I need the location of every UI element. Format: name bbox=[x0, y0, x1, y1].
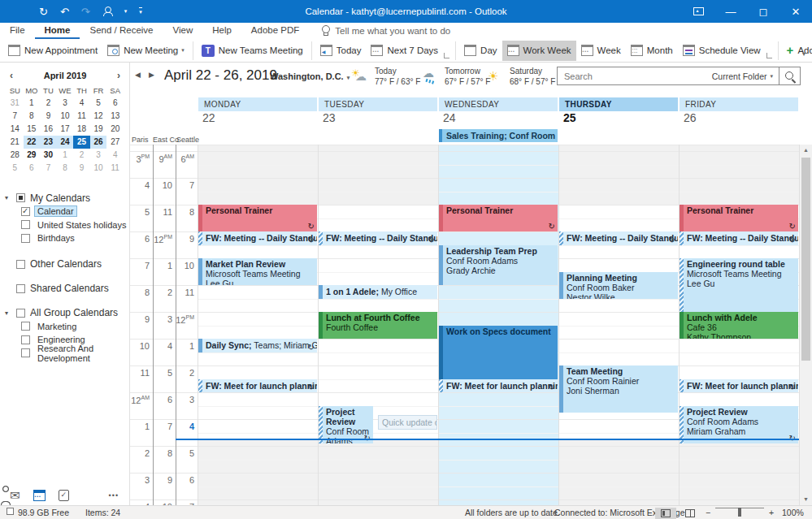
close-button[interactable]: ✕ bbox=[779, 0, 812, 23]
scrollbar[interactable]: ▲ ▼ bbox=[800, 145, 812, 505]
tell-me-box[interactable]: Tell me what you want to do bbox=[320, 25, 450, 37]
event[interactable]: Project ReviewConf Room AdamsMiriam Grah… bbox=[680, 406, 798, 443]
more-options-icon[interactable]: ••• bbox=[109, 491, 119, 500]
calendar-checkbox[interactable] bbox=[21, 207, 30, 216]
normal-view-button[interactable] bbox=[655, 508, 676, 519]
calendar-checkbox[interactable] bbox=[21, 220, 30, 229]
calendar-icon[interactable] bbox=[33, 490, 46, 501]
event[interactable]: Leadership Team PrepConf Room AdamsGrady… bbox=[439, 245, 558, 286]
mini-calendar-day[interactable]: 8 bbox=[24, 110, 41, 123]
section-checkbox[interactable] bbox=[16, 284, 25, 293]
mini-calendar-day[interactable]: 11 bbox=[73, 110, 90, 123]
expand-arrow-icon[interactable]: ▾ bbox=[5, 309, 11, 317]
undo-icon[interactable]: ↶ bbox=[60, 6, 69, 18]
mini-calendar-day[interactable]: 10 bbox=[57, 110, 74, 123]
calendar-checkbox[interactable] bbox=[21, 234, 30, 243]
day-header-friday[interactable]: FRIDAY bbox=[680, 97, 798, 111]
mini-calendar-day[interactable]: 9 bbox=[40, 110, 57, 123]
mini-calendar-day[interactable]: 12 bbox=[90, 110, 107, 123]
mini-calendar-day[interactable]: 10 bbox=[90, 162, 107, 175]
people-icon[interactable] bbox=[82, 491, 96, 500]
mini-calendar-day[interactable]: 29 bbox=[24, 149, 41, 162]
today-button[interactable]: Today bbox=[315, 41, 367, 61]
mini-calendar-day[interactable]: 13 bbox=[106, 110, 124, 123]
event[interactable]: Lunch at Fourth CoffeeFourth Coffee bbox=[319, 312, 437, 339]
mini-calendar-day[interactable]: 30 bbox=[40, 149, 57, 162]
day-header-monday[interactable]: MONDAY bbox=[198, 97, 317, 111]
send-receive-icon[interactable]: ↻ bbox=[39, 6, 48, 18]
mini-calendar-day[interactable]: 21 bbox=[7, 136, 24, 149]
mini-calendar-day[interactable]: 14 bbox=[7, 123, 24, 136]
event[interactable]: Planning MeetingConf Room BakerNestor Wi… bbox=[559, 272, 678, 299]
event[interactable]: FW: Meet for launch planning ; M↻ bbox=[680, 379, 798, 393]
mini-calendar-day[interactable]: 28 bbox=[7, 149, 24, 162]
mini-calendar-day[interactable]: 27 bbox=[106, 136, 124, 149]
mini-calendar-day[interactable]: 19 bbox=[90, 123, 107, 136]
calendar-item-calendar[interactable]: Calendar bbox=[0, 205, 130, 218]
day-header-wednesday[interactable]: WEDNESDAY bbox=[439, 97, 558, 111]
all-day-event[interactable]: Sales Training; Conf Room Baker; K... bbox=[439, 129, 558, 142]
mini-calendar-day[interactable]: 17 bbox=[57, 123, 74, 136]
calendar-checkbox[interactable] bbox=[21, 322, 30, 331]
mini-calendar-day[interactable]: 6 bbox=[24, 162, 41, 175]
weather-location-dropdown[interactable]: Washington, D.C.▾ bbox=[270, 71, 350, 81]
day-header-tuesday[interactable]: TUESDAY bbox=[319, 97, 437, 111]
section-checkbox[interactable] bbox=[16, 309, 25, 318]
collapse-ribbon-button[interactable]: ▾ bbox=[802, 50, 805, 58]
tab-help[interactable]: Help bbox=[202, 23, 241, 39]
reading-view-button[interactable] bbox=[680, 508, 701, 519]
day-button[interactable]: Day bbox=[459, 41, 502, 61]
forward-arrow-icon[interactable]: ▶ bbox=[149, 71, 154, 79]
calendar-item-research-and-development[interactable]: Research And Development bbox=[0, 347, 130, 361]
mini-calendar-day[interactable]: 26 bbox=[90, 136, 107, 149]
expand-arrow-icon[interactable]: ▾ bbox=[5, 194, 11, 201]
customize-qat-icon[interactable]: ▾ bbox=[139, 7, 142, 15]
scrollbar-thumb[interactable] bbox=[801, 158, 810, 361]
touch-mode-icon[interactable] bbox=[102, 6, 112, 16]
section-checkbox[interactable] bbox=[16, 260, 25, 269]
event[interactable]: FW: Meet for launch planning ; M↻ bbox=[439, 379, 558, 393]
mini-calendar-day[interactable]: 9 bbox=[73, 162, 90, 175]
event[interactable]: Engineering round tableMicrosoft Teams M… bbox=[680, 258, 798, 312]
next-month-button[interactable]: › bbox=[114, 70, 124, 81]
mini-calendar-day[interactable]: 2 bbox=[40, 97, 57, 110]
day-header-thursday[interactable]: THURSDAY bbox=[559, 97, 678, 111]
search-button[interactable] bbox=[779, 67, 800, 85]
calendar-section-my-calendars[interactable]: ▾ My Calendars bbox=[0, 191, 130, 205]
mini-calendar-day[interactable]: 1 bbox=[24, 97, 41, 110]
event[interactable]: FW: Meeting -- Daily Standup; Co↻ bbox=[198, 231, 317, 245]
tab-send-receive[interactable]: Send / Receive bbox=[80, 23, 163, 39]
maximize-button[interactable]: ◻ bbox=[747, 0, 779, 23]
schedule-view-button[interactable]: Schedule View bbox=[678, 41, 766, 61]
section-checkbox[interactable] bbox=[16, 193, 25, 202]
mini-calendar-day[interactable]: 2 bbox=[73, 149, 90, 162]
mini-calendar-day[interactable]: 22 bbox=[24, 136, 41, 149]
event[interactable]: Personal Trainer↻ bbox=[680, 205, 798, 231]
mini-calendar-day[interactable]: 5 bbox=[7, 162, 24, 175]
prev-month-button[interactable]: ‹ bbox=[7, 70, 16, 81]
ribbon-display-options-icon[interactable] bbox=[682, 0, 714, 23]
mini-calendar-day[interactable]: 20 bbox=[106, 123, 124, 136]
event[interactable]: Team MeetingConf Room RainierJoni Sherma… bbox=[559, 365, 678, 413]
calendar-section-shared-calendars[interactable]: Shared Calendars bbox=[0, 282, 130, 296]
calendar-item-marketing[interactable]: Marketing bbox=[0, 320, 130, 334]
event[interactable]: Personal Trainer↻ bbox=[439, 205, 558, 231]
calendar-section-other-calendars[interactable]: Other Calendars bbox=[0, 257, 130, 271]
mini-calendar-day[interactable]: 6 bbox=[106, 97, 124, 110]
mini-calendar-day[interactable]: 8 bbox=[57, 162, 74, 175]
event[interactable]: FW: Meeting -- Daily Standup; Co↻ bbox=[680, 231, 798, 245]
mini-calendar-day[interactable]: 4 bbox=[73, 97, 90, 110]
calendar-checkbox[interactable] bbox=[21, 335, 30, 344]
dialog-launcher-icon[interactable] bbox=[444, 53, 449, 58]
mini-calendar-day[interactable]: 16 bbox=[40, 123, 57, 136]
add-button[interactable]: +Add▾ bbox=[782, 41, 812, 61]
mini-calendar-day[interactable]: 7 bbox=[7, 110, 24, 123]
search-scope-dropdown[interactable]: Current Folder▾ bbox=[712, 71, 779, 81]
event[interactable]: Personal Trainer↻ bbox=[198, 205, 317, 231]
event[interactable]: FW: Meet for launch planning ; M↻ bbox=[198, 379, 317, 393]
mini-calendar-day[interactable]: 25 bbox=[73, 136, 90, 149]
tab-view[interactable]: View bbox=[163, 23, 202, 39]
calendar-item-united-states-holidays[interactable]: United States holidays bbox=[0, 218, 130, 232]
mini-calendar-day[interactable]: 31 bbox=[7, 97, 24, 110]
mini-calendar-day[interactable]: 18 bbox=[73, 123, 90, 136]
